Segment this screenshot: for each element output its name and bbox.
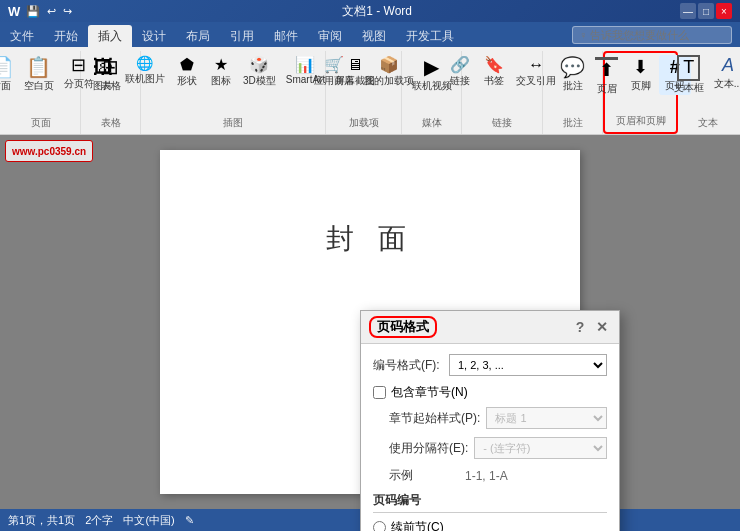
comment-icon: 💬 bbox=[560, 55, 585, 79]
word-count: 2个字 bbox=[85, 513, 113, 528]
footer-label: 页脚 bbox=[631, 79, 651, 93]
example-value: 1-1, 1-A bbox=[465, 469, 508, 483]
blank-page-button[interactable]: 📋 空白页 bbox=[20, 53, 58, 95]
tab-references[interactable]: 引用 bbox=[220, 25, 264, 47]
picture-icon: 🖼 bbox=[93, 55, 113, 79]
tab-home[interactable]: 开始 bbox=[44, 25, 88, 47]
dialog-controls: ? ✕ bbox=[571, 318, 611, 336]
bookmark-button[interactable]: 🔖 书签 bbox=[478, 53, 510, 90]
undo-button[interactable]: ↩ bbox=[45, 5, 58, 18]
blank-page-icon: 📋 bbox=[26, 55, 51, 79]
close-button[interactable]: × bbox=[716, 3, 732, 19]
continue-radio-row: 续前节(C) bbox=[373, 519, 607, 531]
edit-mode-icon: ✎ bbox=[185, 514, 194, 527]
chapter-style-select[interactable]: 标题 1 bbox=[486, 407, 607, 429]
comment-button[interactable]: 💬 批注 bbox=[556, 53, 589, 95]
link-button[interactable]: 🔗 链接 bbox=[444, 53, 476, 90]
my-addins-icon: 📦 bbox=[379, 55, 399, 74]
ribbon-tab-row: 文件 开始 插入 设计 布局 引用 邮件 审阅 视图 开发工具 bbox=[0, 22, 740, 47]
search-area bbox=[564, 22, 740, 47]
tab-view[interactable]: 视图 bbox=[352, 25, 396, 47]
dialog-close-button[interactable]: ✕ bbox=[593, 318, 611, 336]
picture-label: 图片 bbox=[93, 79, 113, 93]
tab-insert[interactable]: 插入 bbox=[88, 25, 132, 47]
page-content: 封 面 bbox=[200, 190, 540, 258]
shapes-label: 形状 bbox=[177, 74, 197, 88]
ribbon-group-page: 📄 封面 📋 空白页 ⊟ 分页符 页面 bbox=[2, 51, 81, 134]
cover-page-button[interactable]: 📄 封面 bbox=[0, 53, 18, 95]
window-controls: — □ × bbox=[680, 3, 732, 19]
online-picture-label: 联机图片 bbox=[125, 72, 165, 86]
header-button[interactable]: ⬆ 页眉 bbox=[591, 55, 623, 98]
link-icon: 🔗 bbox=[450, 55, 470, 74]
separator-select[interactable]: - (连字符) bbox=[474, 437, 607, 459]
redo-button[interactable]: ↪ bbox=[61, 5, 74, 18]
ribbon-group-page-label: 页面 bbox=[31, 114, 51, 132]
tab-layout[interactable]: 布局 bbox=[176, 25, 220, 47]
textbox-button[interactable]: T 文本框 bbox=[670, 53, 708, 97]
store-button[interactable]: 🛒 应用商店 bbox=[310, 53, 358, 90]
tab-review[interactable]: 审阅 bbox=[308, 25, 352, 47]
ribbon-group-text: T 文本框 A 文本... 文本 bbox=[678, 51, 738, 134]
ribbon-group-header-footer: ⬆ 页眉 ⬇ 页脚 # 页码 页眉和页脚 bbox=[603, 51, 678, 134]
chapter-style-label: 章节起始样式(P): bbox=[389, 410, 480, 427]
search-input[interactable] bbox=[572, 26, 732, 44]
link-label: 链接 bbox=[450, 74, 470, 88]
online-video-icon: ▶ bbox=[424, 55, 439, 79]
store-label: 应用商店 bbox=[314, 74, 354, 88]
ribbon-group-links-label: 链接 bbox=[492, 114, 512, 132]
bookmark-icon: 🔖 bbox=[484, 55, 504, 74]
content-area: 封 面 www.pc0359.cn 页码格式 ? ✕ bbox=[0, 135, 740, 509]
include-chapter-checkbox[interactable] bbox=[373, 386, 386, 399]
ribbon-group-illustration: 🖼 图片 🌐 联机图片 ⬟ 形状 ★ 图标 🎲 3D模型 bbox=[141, 51, 326, 134]
ribbon-group-table-label: 表格 bbox=[101, 114, 121, 132]
3d-model-icon: 🎲 bbox=[249, 55, 269, 74]
watermark-text: www.pc0359.cn bbox=[12, 146, 86, 157]
minimize-button[interactable]: — bbox=[680, 3, 696, 19]
tab-file[interactable]: 文件 bbox=[0, 25, 44, 47]
format-label: 编号格式(F): bbox=[373, 357, 443, 374]
dialog-body: 编号格式(F): 1, 2, 3, ... 包含章节号(N) 章节起始样式(P)… bbox=[361, 344, 619, 531]
icon-label: 图标 bbox=[211, 74, 231, 88]
tab-developer[interactable]: 开发工具 bbox=[396, 25, 464, 47]
icon-button[interactable]: ★ 图标 bbox=[205, 53, 237, 90]
bookmark-label: 书签 bbox=[484, 74, 504, 88]
online-picture-button[interactable]: 🌐 联机图片 bbox=[121, 53, 169, 88]
format-select[interactable]: 1, 2, 3, ... bbox=[449, 354, 607, 376]
title-bar: W 💾 ↩ ↪ 文档1 - Word — □ × bbox=[0, 0, 740, 22]
page-format-dialog: 页码格式 ? ✕ 编号格式(F): 1, 2, 3, ... bbox=[360, 310, 620, 531]
example-row: 示例 1-1, 1-A bbox=[373, 467, 607, 484]
ribbon-group-addins-label: 加载项 bbox=[349, 114, 379, 132]
ribbon-group-media-label: 媒体 bbox=[422, 114, 442, 132]
window-title: 文档1 - Word bbox=[74, 3, 680, 20]
shapes-icon: ⬟ bbox=[180, 55, 194, 74]
save-button[interactable]: 💾 bbox=[24, 5, 42, 18]
ribbon-content: 📄 封面 📋 空白页 ⊟ 分页符 页面 ⊞ 表格 bbox=[0, 47, 740, 135]
tab-design[interactable]: 设计 bbox=[132, 25, 176, 47]
picture-button[interactable]: 🖼 图片 bbox=[87, 53, 119, 95]
language: 中文(中国) bbox=[123, 513, 174, 528]
wordart-button[interactable]: A 文本... bbox=[710, 53, 740, 93]
footer-icon: ⬇ bbox=[633, 57, 648, 79]
ribbon-group-links: 🔗 链接 🔖 书签 ↔ 交叉引用 链接 bbox=[462, 51, 543, 134]
dialog-help-button[interactable]: ? bbox=[571, 318, 589, 336]
dialog-titlebar: 页码格式 ? ✕ bbox=[361, 311, 619, 344]
cover-page-icon: 📄 bbox=[0, 55, 14, 79]
ribbon-group-comments-label: 批注 bbox=[563, 114, 583, 132]
shapes-button[interactable]: ⬟ 形状 bbox=[171, 53, 203, 90]
footer-button[interactable]: ⬇ 页脚 bbox=[625, 55, 657, 95]
maximize-button[interactable]: □ bbox=[698, 3, 714, 19]
continue-radio[interactable] bbox=[373, 521, 386, 531]
textbox-icon: T bbox=[677, 55, 700, 81]
separator-label: 使用分隔符(E): bbox=[389, 440, 468, 457]
page-numbering-title: 页码编号 bbox=[373, 492, 607, 513]
ribbon-group-addins: 🛒 应用商店 📦 我的加载项 加载项 bbox=[326, 51, 402, 134]
3d-model-button[interactable]: 🎲 3D模型 bbox=[239, 53, 280, 90]
title-bar-left: W 💾 ↩ ↪ bbox=[8, 4, 74, 19]
watermark: www.pc0359.cn bbox=[5, 140, 93, 162]
wordart-label: 文本... bbox=[714, 77, 740, 91]
header-label: 页眉 bbox=[597, 82, 617, 96]
comment-label: 批注 bbox=[563, 79, 583, 93]
tab-mailings[interactable]: 邮件 bbox=[264, 25, 308, 47]
3d-model-label: 3D模型 bbox=[243, 74, 276, 88]
